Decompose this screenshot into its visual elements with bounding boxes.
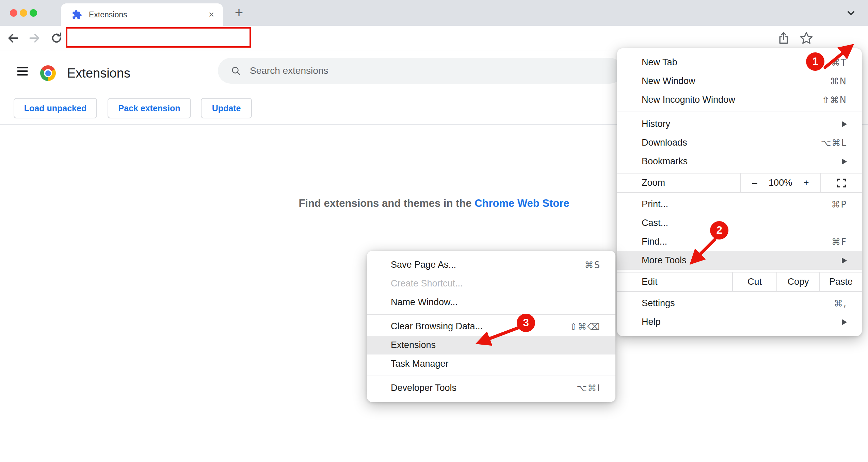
hamburger-menu-icon[interactable]	[17, 67, 28, 76]
menu-item-help[interactable]: Help	[617, 313, 862, 331]
submenu-arrow-icon	[842, 121, 847, 127]
browser-tab-extensions[interactable]: Extensions ×	[61, 3, 223, 26]
chrome-logo-icon	[40, 65, 56, 81]
menu-item-label: Task Manager	[391, 359, 600, 369]
shortcut-label: ⌘T	[831, 57, 847, 68]
zoom-level-value: 100%	[769, 178, 792, 188]
back-icon[interactable]	[7, 32, 20, 45]
shortcut-label: ⌘F	[832, 237, 847, 247]
submenu-item-name-window[interactable]: Name Window...	[367, 293, 615, 312]
menu-item-new-incognito-window[interactable]: New Incognito Window⇧⌘N	[617, 90, 862, 109]
reload-icon[interactable]	[50, 32, 63, 45]
menu-item-label: Developer Tools	[391, 383, 577, 393]
tab-strip: Extensions × +	[0, 0, 868, 26]
tab-close-icon[interactable]: ×	[209, 10, 214, 19]
share-icon[interactable]	[777, 31, 790, 45]
menu-item-label: Print...	[642, 199, 831, 210]
submenu-arrow-icon	[842, 258, 847, 264]
menu-item-label: Create Shortcut...	[391, 278, 600, 289]
fullscreen-button[interactable]	[821, 174, 862, 192]
menu-item-new-tab[interactable]: New Tab⌘T	[617, 53, 862, 72]
submenu-arrow-icon	[842, 159, 847, 165]
submenu-separator	[367, 376, 615, 376]
menu-item-label: Downloads	[642, 137, 821, 148]
menu-item-bookmarks[interactable]: Bookmarks	[617, 152, 862, 171]
menu-item-new-window[interactable]: New Window⌘N	[617, 72, 862, 90]
shortcut-label: ⌥⌘L	[821, 138, 847, 148]
puzzle-piece-favicon-icon	[72, 10, 82, 20]
menu-item-label: Save Page As...	[391, 260, 584, 270]
menu-item-label: History	[642, 119, 842, 129]
menu-item-find[interactable]: Find...⌘F	[617, 232, 862, 251]
forward-icon[interactable]	[28, 32, 41, 45]
search-input[interactable]: Search extensions	[218, 58, 623, 84]
traffic-light-minimize-button[interactable]	[20, 9, 27, 17]
submenu-item-developer-tools[interactable]: Developer Tools⌥⌘I	[367, 379, 615, 397]
menu-item-cut[interactable]: Cut	[732, 273, 776, 291]
menu-item-paste[interactable]: Paste	[819, 273, 862, 291]
menu-item-label: Extensions	[391, 340, 600, 350]
menu-item-label: Find...	[642, 236, 832, 247]
menu-item-label: New Window	[642, 76, 830, 86]
menu-item-edit: EditCutCopyPaste	[617, 272, 862, 292]
shortcut-label: ⌘,	[834, 298, 847, 309]
menu-item-downloads[interactable]: Downloads⌥⌘L	[617, 133, 862, 152]
menu-item-cast[interactable]: Cast...	[617, 214, 862, 232]
menu-item-label: Cast...	[642, 218, 847, 228]
zoom-label: Zoom	[617, 174, 740, 192]
menu-item-label: Help	[642, 317, 842, 327]
submenu-item-clear-browsing-data[interactable]: Clear Browsing Data...⇧⌘⌫	[367, 317, 615, 336]
submenu-item-create-shortcut[interactable]: Create Shortcut...	[367, 274, 615, 293]
menu-item-zoom: Zoom–100%+	[617, 173, 862, 193]
bookmark-star-icon[interactable]	[799, 31, 814, 45]
edit-label: Edit	[617, 273, 732, 291]
browser-main-menu: New Tab⌘TNew Window⌘NNew Incognito Windo…	[617, 48, 862, 336]
submenu-item-extensions[interactable]: Extensions	[367, 336, 615, 354]
menu-item-label: Clear Browsing Data...	[391, 321, 569, 332]
menu-item-label: Settings	[642, 298, 834, 309]
shortcut-label: ⌘S	[584, 260, 600, 270]
search-icon	[231, 66, 241, 76]
menu-item-label: New Tab	[642, 57, 831, 68]
shortcut-label: ⌘N	[830, 76, 847, 86]
annotation-step-badge-3: 3	[517, 314, 535, 332]
menu-item-settings[interactable]: Settings⌘,	[617, 294, 862, 313]
submenu-arrow-icon	[842, 319, 847, 325]
shortcut-label: ⇧⌘N	[822, 95, 847, 105]
traffic-light-maximize-button[interactable]	[30, 9, 37, 17]
tab-title: Extensions	[89, 10, 209, 19]
menu-item-print[interactable]: Print...⌘P	[617, 195, 862, 214]
submenu-item-task-manager[interactable]: Task Manager	[367, 354, 615, 373]
menu-item-history[interactable]: History	[617, 115, 862, 133]
search-placeholder: Search extensions	[250, 65, 328, 76]
chrome-web-store-link[interactable]: Chrome Web Store	[475, 197, 569, 209]
submenu-separator	[367, 314, 615, 315]
menu-item-label: More Tools	[642, 255, 842, 266]
tab-search-chevron-icon[interactable]	[845, 8, 857, 18]
browser-toolbar: Chrome chrome://extensions	[0, 26, 868, 50]
submenu-item-save-page-as[interactable]: Save Page As...⌘S	[367, 255, 615, 274]
load-unpacked-button[interactable]: Load unpacked	[14, 98, 97, 118]
zoom-out-button[interactable]: –	[752, 178, 757, 188]
more-tools-submenu: Save Page As...⌘SCreate Shortcut...Name …	[367, 251, 615, 402]
fullscreen-icon	[836, 178, 847, 188]
shortcut-label: ⇧⌘⌫	[569, 321, 600, 332]
pack-extension-button[interactable]: Pack extension	[108, 98, 191, 118]
zoom-in-button[interactable]: +	[804, 178, 809, 188]
annotation-step-badge-2: 2	[710, 221, 728, 240]
update-button[interactable]: Update	[201, 98, 252, 118]
menu-separator	[617, 112, 862, 112]
menu-item-label: New Incognito Window	[642, 95, 822, 105]
zoom-controls: –100%+	[740, 174, 821, 192]
menu-item-copy[interactable]: Copy	[776, 273, 819, 291]
new-tab-button[interactable]: +	[231, 5, 246, 20]
page-title: Extensions	[67, 66, 130, 81]
shortcut-label: ⌘P	[831, 199, 847, 210]
menu-item-label: Bookmarks	[642, 156, 842, 167]
menu-item-label: Name Window...	[391, 297, 600, 308]
shortcut-label: ⌥⌘I	[577, 383, 600, 393]
annotation-step-badge-1: 1	[806, 52, 824, 71]
menu-item-more-tools[interactable]: More Tools	[617, 251, 862, 270]
traffic-light-close-button[interactable]	[10, 9, 17, 17]
